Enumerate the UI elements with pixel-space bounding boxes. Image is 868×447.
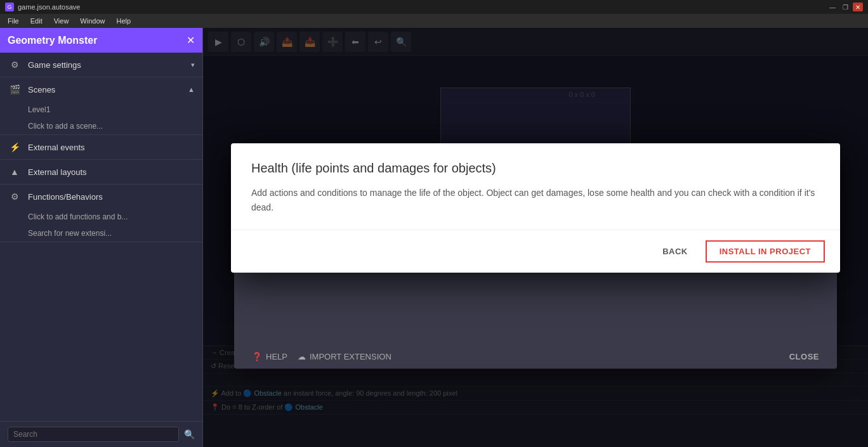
close-button[interactable]: ✕ <box>853 3 863 11</box>
section-external-layouts: ▲ External layouts <box>0 160 202 185</box>
menu-file[interactable]: File <box>3 16 24 26</box>
game-settings-label: Game settings <box>28 60 191 70</box>
sidebar: Geometry Monster ✕ ⚙ Game settings ▾ 🎬 S… <box>0 28 203 447</box>
minimize-button[interactable]: — <box>827 3 838 11</box>
sidebar-scene-level1[interactable]: Level1 <box>0 101 202 118</box>
help-label: HELP <box>266 351 287 361</box>
sidebar-close-button[interactable]: ✕ <box>187 34 195 46</box>
functions-icon: ⚙ <box>8 190 22 204</box>
section-external-events: ⚡ External events <box>0 135 202 160</box>
confirm-dialog: Health (life points and damages for obje… <box>231 143 840 273</box>
sidebar-search-area: 🔍 <box>0 421 202 447</box>
sidebar-item-scenes[interactable]: 🎬 Scenes ▲ <box>0 77 202 101</box>
menu-window[interactable]: Window <box>75 16 110 26</box>
sidebar-item-external-events[interactable]: ⚡ External events <box>0 135 202 159</box>
menu-edit[interactable]: Edit <box>25 16 48 26</box>
import-label: IMPORT EXTENSION <box>310 351 391 361</box>
section-scenes: 🎬 Scenes ▲ Level1 Click to add a scene..… <box>0 77 202 135</box>
confirm-dialog-body: Add actions and conditions to manage the… <box>231 186 840 230</box>
sidebar-search-extension[interactable]: Search for new extensi... <box>0 225 202 242</box>
sidebar-add-function[interactable]: Click to add functions and b... <box>0 209 202 225</box>
title-bar-title: game.json.autosave <box>18 3 80 11</box>
import-icon: ☁ <box>298 351 306 361</box>
menu-view[interactable]: View <box>49 16 74 26</box>
sidebar-item-functions[interactable]: ⚙ Functions/Behaviors <box>0 185 202 209</box>
menu-help[interactable]: Help <box>111 16 136 26</box>
title-bar: G game.json.autosave — ❐ ✕ <box>0 0 868 14</box>
app-icon: G <box>5 3 14 11</box>
app-body: Geometry Monster ✕ ⚙ Game settings ▾ 🎬 S… <box>0 28 868 447</box>
help-icon: ❓ <box>252 351 262 361</box>
import-extension-button[interactable]: ☁ IMPORT EXTENSION <box>298 351 391 361</box>
install-project-button[interactable]: INSTALL IN PROJECT <box>706 240 825 262</box>
section-functions: ⚙ Functions/Behaviors Click to add funct… <box>0 185 202 242</box>
search-dialog-close-button[interactable]: CLOSE <box>789 351 819 361</box>
sidebar-title: Geometry Monster <box>8 35 97 46</box>
sidebar-item-game-settings[interactable]: ⚙ Game settings ▾ <box>0 53 202 77</box>
section-game-settings: ⚙ Game settings ▾ <box>0 53 202 77</box>
main-content: ▶ ⬡ 🔊 📤 📥 ➕ ⬅ ↩ 🔍 0 x 0 x 0 → Create obj… <box>203 28 868 447</box>
confirm-dialog-actions: BACK INSTALL IN PROJECT <box>231 230 840 273</box>
menu-bar: File Edit View Window Help <box>0 14 868 28</box>
scenes-label: Scenes <box>28 85 188 94</box>
settings-arrow: ▾ <box>191 61 195 69</box>
search-icon: 🔍 <box>184 429 195 439</box>
external-layouts-icon: ▲ <box>8 165 22 179</box>
functions-label: Functions/Behaviors <box>28 192 195 202</box>
search-dialog-footer: ❓ HELP ☁ IMPORT EXTENSION CLOSE <box>234 344 837 368</box>
scenes-arrow: ▲ <box>188 86 195 93</box>
back-dialog-button[interactable]: BACK <box>652 240 698 262</box>
sidebar-add-scene[interactable]: Click to add a scene... <box>0 118 202 134</box>
scenes-icon: 🎬 <box>8 82 22 96</box>
external-layouts-label: External layouts <box>28 167 195 177</box>
external-events-icon: ⚡ <box>8 140 22 154</box>
maximize-button[interactable]: ❐ <box>840 3 850 11</box>
confirm-dialog-title: Health (life points and damages for obje… <box>231 143 840 186</box>
settings-icon: ⚙ <box>8 58 22 72</box>
sidebar-item-external-layouts[interactable]: ▲ External layouts <box>0 160 202 184</box>
sidebar-search-input[interactable] <box>8 427 179 442</box>
sidebar-header: Geometry Monster ✕ <box>0 28 202 53</box>
external-events-label: External events <box>28 143 195 152</box>
help-button[interactable]: ❓ HELP <box>252 351 287 361</box>
